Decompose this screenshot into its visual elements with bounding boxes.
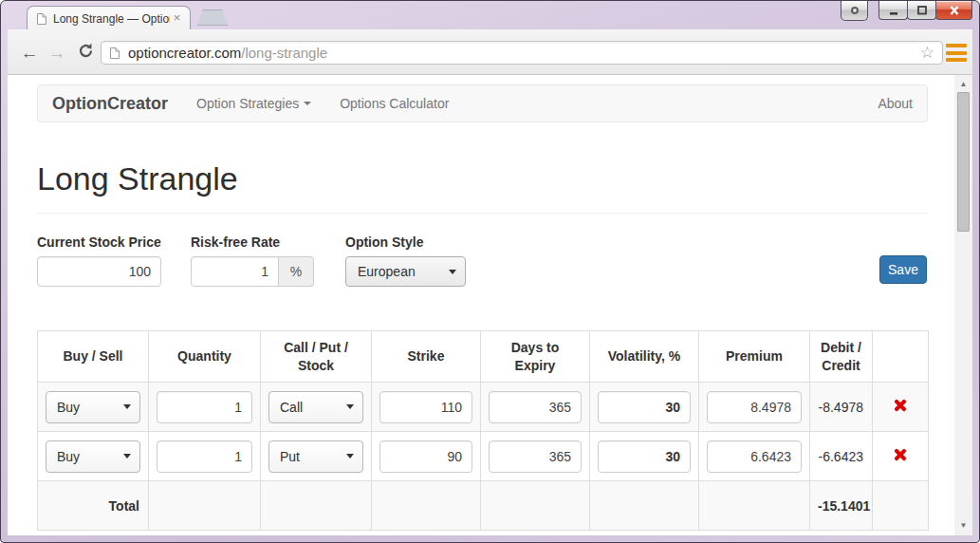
- maximize-button[interactable]: [907, 1, 936, 20]
- tab-close-icon[interactable]: ×: [170, 11, 184, 26]
- delete-row-icon: [894, 399, 907, 412]
- profile-button[interactable]: [841, 1, 868, 21]
- maximize-icon: [916, 5, 928, 16]
- strike-input-row2[interactable]: [379, 440, 472, 473]
- url-path: /long-strangle: [241, 45, 327, 61]
- debit-credit-row2: -6.6423: [810, 432, 873, 481]
- option-style-group: Option Style European: [345, 234, 466, 287]
- header-actions: [873, 331, 929, 383]
- scroll-up-icon[interactable]: ▲: [954, 78, 972, 91]
- page-icon: [109, 47, 120, 60]
- quantity-input-row2[interactable]: [157, 440, 252, 473]
- scroll-down-icon[interactable]: ▼: [954, 519, 972, 533]
- bookmark-star-icon[interactable]: ☆: [920, 45, 934, 61]
- parameters-form: Current Stock Price Risk-free Rate % Opt…: [37, 234, 928, 297]
- premium-input-row1[interactable]: [707, 391, 802, 423]
- titlebar: Long Strangle — OptionC ×: [1, 1, 979, 30]
- header-call-put-stock: Call / Put / Stock: [261, 331, 372, 383]
- site-navbar: OptionCreator Option Strategies Options …: [37, 84, 928, 122]
- table-row: Buy Call -8.4978: [38, 383, 929, 432]
- header-days-to-expiry: Days to Expiry: [481, 331, 590, 383]
- browser-window: Long Strangle — OptionC ×: [0, 0, 980, 543]
- delete-row-button[interactable]: [894, 448, 907, 461]
- new-tab-button[interactable]: [197, 9, 228, 26]
- back-button[interactable]: ←: [18, 42, 41, 65]
- brand-link[interactable]: OptionCreator: [38, 94, 182, 114]
- header-quantity: Quantity: [149, 331, 261, 383]
- forward-button[interactable]: →: [46, 42, 68, 65]
- risk-free-input[interactable]: [191, 256, 279, 287]
- header-strike: Strike: [372, 331, 481, 383]
- buy-sell-select-row2[interactable]: Buy: [46, 440, 140, 473]
- address-bar[interactable]: optioncreator.com/long-strangle ☆: [101, 41, 943, 65]
- total-label: Total: [38, 481, 149, 531]
- caret-down-icon: [304, 102, 311, 105]
- debit-credit-row1: -8.4978: [810, 383, 873, 432]
- option-style-label: Option Style: [345, 234, 466, 250]
- header-volatility: Volatility, %: [590, 331, 699, 383]
- page-viewport: OptionCreator Option Strategies Options …: [8, 75, 972, 535]
- stock-price-label: Current Stock Price: [37, 234, 161, 250]
- stock-price-group: Current Stock Price: [37, 234, 161, 287]
- save-button[interactable]: Save: [879, 255, 927, 284]
- risk-free-group: Risk-free Rate %: [191, 234, 314, 287]
- type-select-row2[interactable]: Put: [268, 440, 363, 473]
- strike-input-row1[interactable]: [379, 391, 472, 423]
- risk-free-label: Risk-free Rate: [191, 234, 314, 250]
- volatility-input-row1[interactable]: [598, 391, 691, 423]
- profile-icon: [851, 7, 859, 14]
- close-icon: [949, 5, 960, 16]
- reload-button[interactable]: [74, 42, 97, 65]
- volatility-input-row2[interactable]: [598, 440, 691, 473]
- type-select-row1[interactable]: Call: [268, 391, 363, 423]
- header-premium: Premium: [699, 331, 810, 383]
- forward-icon: →: [48, 43, 66, 63]
- select-caret-icon: [346, 454, 354, 459]
- days-input-row1[interactable]: [489, 391, 582, 423]
- url-text: optioncreator.com/long-strangle: [128, 45, 920, 61]
- nav-option-strategies[interactable]: Option Strategies: [182, 96, 325, 111]
- back-icon: ←: [21, 43, 39, 63]
- close-button[interactable]: [935, 1, 972, 20]
- premium-input-row2[interactable]: [707, 440, 802, 473]
- window-controls: [841, 1, 972, 22]
- percent-addon: %: [279, 256, 314, 287]
- nav-about[interactable]: About: [863, 96, 927, 111]
- browser-tab[interactable]: Long Strangle — OptionC ×: [27, 6, 191, 30]
- select-caret-icon: [123, 454, 131, 459]
- total-value: -15.1401: [810, 481, 873, 531]
- page-title: Long Strangle: [37, 160, 928, 197]
- nav-options-calculator[interactable]: Options Calculator: [325, 96, 463, 111]
- select-caret-icon: [346, 404, 354, 409]
- delete-row-button[interactable]: [894, 399, 907, 412]
- quantity-input-row1[interactable]: [157, 391, 252, 423]
- minimize-icon: [888, 5, 899, 16]
- select-caret-icon: [449, 270, 456, 274]
- reload-icon: [78, 43, 94, 59]
- option-style-select[interactable]: European: [345, 256, 466, 287]
- page-content: OptionCreator Option Strategies Options …: [37, 84, 928, 531]
- scrollbar: ▲ ▼: [954, 75, 972, 535]
- browser-toolbar: ← → optioncreator.com/long-strangle ☆: [8, 29, 972, 75]
- scrollbar-thumb[interactable]: [957, 92, 970, 232]
- delete-row-icon: [894, 448, 907, 461]
- chrome-menu-icon[interactable]: [945, 43, 968, 63]
- table-row: Buy Put -6.6423: [38, 432, 929, 481]
- select-caret-icon: [123, 404, 131, 409]
- table-header-row: Buy / Sell Quantity Call / Put / Stock S…: [38, 331, 929, 383]
- days-input-row2[interactable]: [489, 440, 582, 473]
- strategy-table: Buy / Sell Quantity Call / Put / Stock S…: [37, 330, 929, 531]
- total-row: Total -15.1401: [38, 481, 929, 531]
- buy-sell-select-row1[interactable]: Buy: [46, 391, 140, 423]
- header-debit-credit: Debit / Credit: [810, 331, 873, 383]
- page-icon: [36, 12, 47, 26]
- stock-price-input[interactable]: [37, 256, 161, 287]
- divider: [37, 213, 928, 214]
- minimize-button[interactable]: [878, 1, 908, 20]
- tab-title: Long Strangle — OptionC: [53, 12, 170, 26]
- header-buy-sell: Buy / Sell: [38, 331, 149, 383]
- url-domain: optioncreator.com: [128, 45, 241, 61]
